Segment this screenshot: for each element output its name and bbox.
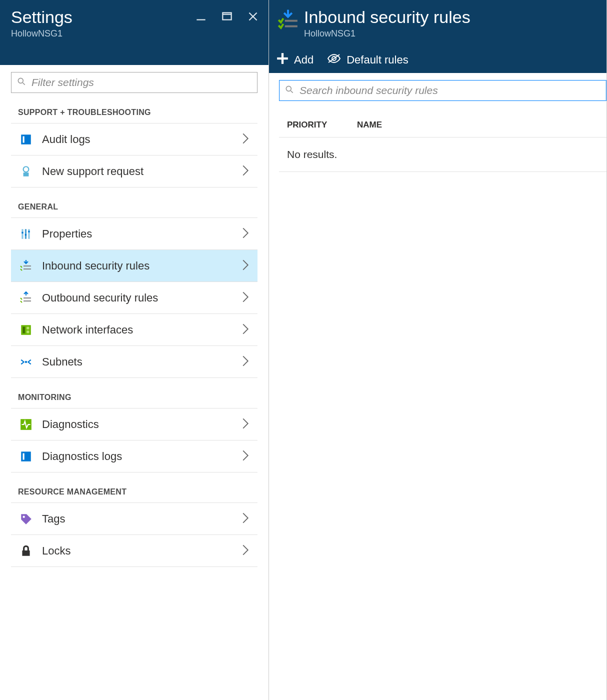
- menu-tags[interactable]: Tags: [11, 503, 258, 535]
- search-rules-input[interactable]: [300, 84, 601, 96]
- add-button[interactable]: Add: [276, 52, 314, 68]
- svg-rect-8: [23, 136, 24, 142]
- chevron-right-icon: [242, 323, 250, 337]
- section-monitoring-header: MONITORING: [18, 393, 258, 402]
- no-results-message: No results.: [279, 138, 606, 172]
- menu-locks[interactable]: Locks: [11, 535, 258, 567]
- general-list: Properties Inbound security rules Outbou: [11, 218, 258, 378]
- chevron-right-icon: [242, 227, 250, 241]
- menu-properties[interactable]: Properties: [11, 218, 258, 250]
- toolbar-label: Add: [294, 54, 314, 66]
- menu-new-support-request[interactable]: New support request: [11, 156, 258, 188]
- menu-label: Diagnostics: [42, 418, 232, 431]
- menu-audit-logs[interactable]: Audit logs: [11, 124, 258, 156]
- svg-point-37: [286, 86, 291, 92]
- minimize-icon[interactable]: [194, 10, 208, 23]
- svg-rect-27: [21, 452, 31, 462]
- chevron-right-icon: [242, 355, 250, 369]
- support-icon: [19, 164, 33, 178]
- inbound-rules-blade: Inbound security rules HollowNSG1 Add De…: [269, 0, 607, 700]
- inbound-subtitle: HollowNSG1: [304, 28, 470, 39]
- inbound-body: PRIORITY NAME No results.: [269, 73, 606, 700]
- section-resource-header: RESOURCE MANAGEMENT: [18, 488, 258, 496]
- menu-outbound-security-rules[interactable]: Outbound security rules: [11, 282, 258, 314]
- settings-blade: Settings HollowNSG1 SUPPORT + TROUBLESHO…: [0, 0, 269, 700]
- inbound-header: Inbound security rules HollowNSG1 Add De…: [269, 0, 606, 73]
- menu-inbound-security-rules[interactable]: Inbound security rules: [11, 250, 258, 282]
- inbound-rules-icon: [19, 259, 33, 273]
- chevron-right-icon: [242, 164, 250, 178]
- inbound-title: Inbound security rules: [304, 8, 470, 26]
- filter-settings-input[interactable]: [32, 76, 252, 88]
- svg-rect-34: [277, 58, 288, 60]
- chevron-right-icon: [242, 544, 250, 558]
- rules-table-header: PRIORITY NAME: [279, 116, 606, 138]
- menu-label: New support request: [42, 165, 232, 178]
- chevron-right-icon: [242, 259, 250, 273]
- menu-label: Properties: [42, 228, 232, 240]
- svg-line-38: [291, 91, 293, 93]
- menu-network-interfaces[interactable]: Network interfaces: [11, 314, 258, 346]
- filter-settings-box[interactable]: [11, 72, 258, 93]
- svg-rect-23: [26, 326, 29, 329]
- close-icon[interactable]: [246, 10, 260, 23]
- support-list: Audit logs New support request: [11, 123, 258, 188]
- menu-subnets[interactable]: Subnets: [11, 346, 258, 378]
- menu-diagnostics[interactable]: Diagnostics: [11, 408, 258, 440]
- svg-rect-13: [28, 229, 30, 239]
- menu-label: Audit logs: [42, 133, 232, 146]
- locks-icon: [19, 544, 33, 558]
- properties-icon: [19, 227, 33, 241]
- column-name[interactable]: NAME: [357, 120, 598, 130]
- menu-label: Subnets: [42, 356, 232, 368]
- menu-label: Diagnostics logs: [42, 450, 232, 463]
- svg-rect-7: [21, 134, 31, 144]
- settings-header: Settings HollowNSG1: [0, 0, 268, 65]
- menu-diagnostics-logs[interactable]: Diagnostics logs: [11, 440, 258, 472]
- svg-point-29: [23, 516, 25, 518]
- menu-label: Inbound security rules: [42, 260, 232, 272]
- toolbar-label: Default rules: [346, 54, 408, 66]
- window-controls: [194, 10, 260, 23]
- search-icon: [284, 84, 294, 96]
- svg-rect-24: [26, 330, 29, 333]
- svg-rect-22: [23, 326, 25, 333]
- svg-rect-14: [22, 232, 23, 233]
- svg-rect-15: [25, 234, 26, 236]
- svg-rect-28: [23, 453, 24, 460]
- settings-body: SUPPORT + TROUBLESHOOTING Audit logs New…: [0, 65, 268, 700]
- svg-rect-21: [21, 325, 31, 335]
- chevron-right-icon: [242, 450, 250, 464]
- chevron-right-icon: [242, 132, 250, 146]
- column-priority[interactable]: PRIORITY: [287, 120, 357, 130]
- menu-label: Network interfaces: [42, 324, 232, 336]
- section-support-header: SUPPORT + TROUBLESHOOTING: [18, 108, 258, 117]
- svg-rect-11: [22, 229, 23, 239]
- svg-rect-1: [222, 12, 231, 20]
- monitoring-list: Diagnostics Diagnostics logs: [11, 408, 258, 472]
- plus-icon: [276, 52, 289, 68]
- default-rules-button[interactable]: Default rules: [326, 52, 408, 68]
- svg-line-6: [23, 83, 25, 85]
- svg-rect-10: [24, 172, 29, 176]
- maximize-icon[interactable]: [220, 10, 234, 23]
- diagnostics-logs-icon: [19, 450, 33, 464]
- settings-subtitle: HollowNSG1: [11, 28, 258, 39]
- diagnostics-icon: [19, 418, 33, 432]
- menu-label: Outbound security rules: [42, 292, 232, 304]
- subnets-icon: [19, 355, 33, 369]
- tags-icon: [19, 512, 33, 526]
- eye-off-icon: [326, 52, 342, 68]
- svg-point-9: [24, 166, 29, 172]
- search-icon: [16, 76, 26, 88]
- audit-logs-icon: [19, 132, 33, 146]
- chevron-right-icon: [242, 291, 250, 305]
- svg-rect-16: [28, 230, 30, 232]
- search-rules-box[interactable]: [279, 80, 606, 101]
- chevron-right-icon: [242, 418, 250, 432]
- section-general-header: GENERAL: [18, 202, 258, 212]
- outbound-rules-icon: [19, 291, 33, 305]
- chevron-right-icon: [242, 512, 250, 526]
- inbound-rules-icon: [276, 9, 300, 31]
- svg-rect-30: [22, 550, 30, 556]
